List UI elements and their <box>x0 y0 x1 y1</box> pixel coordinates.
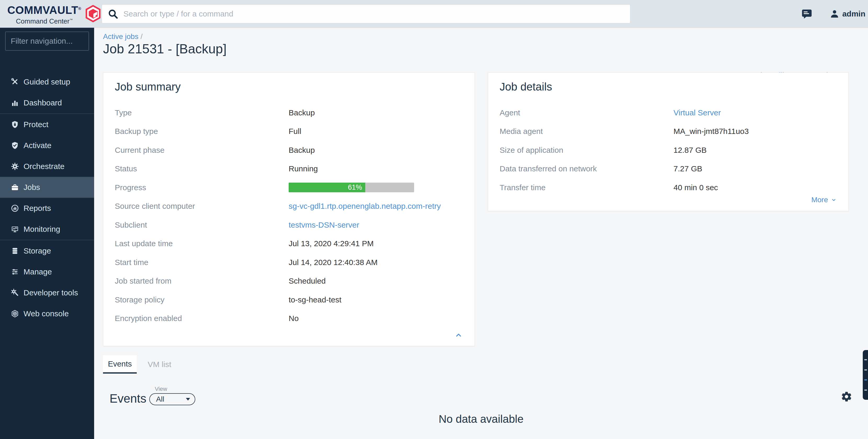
settings-gear-icon[interactable] <box>841 391 852 402</box>
bar-chart-icon <box>10 98 19 107</box>
sidebar-item-protect[interactable]: Protect <box>0 114 94 135</box>
progress-label: 61% <box>348 183 362 192</box>
sidebar-item-label: Web console <box>24 309 69 318</box>
main-content: Active jobs/ Job 21531 - [Backup] Suspen… <box>94 28 868 439</box>
sidebar-item-activate[interactable]: Activate <box>0 135 94 156</box>
gear-wrench-icon <box>10 288 19 297</box>
message-square-icon[interactable] <box>801 8 813 20</box>
progress-fill: 61% <box>289 183 365 192</box>
summary-row-type: Type Backup <box>115 103 463 122</box>
sidebar-item-label: Dashboard <box>24 98 62 107</box>
shield-check-icon <box>10 141 19 150</box>
summary-row-subclient: Subclient testvms-DSN-server <box>115 215 463 234</box>
breadcrumb: Active jobs/ <box>103 32 143 41</box>
sidebar-item-label: Monitoring <box>24 225 60 234</box>
progress-bar: 61% <box>289 183 414 192</box>
toolbar-glyph <box>864 370 867 371</box>
job-summary-title: Job summary <box>115 81 181 93</box>
brand-name: COMMVAULT® <box>7 3 81 16</box>
page-title: Job 21531 - [Backup] <box>103 41 227 57</box>
summary-row-started-from: Job started from Scheduled <box>115 272 463 291</box>
search-input[interactable] <box>119 9 630 18</box>
pie-chart-icon <box>10 204 19 213</box>
tab-events[interactable]: Events <box>103 355 137 374</box>
sidebar-item-label: Orchestrate <box>24 162 65 171</box>
chevron-down-icon <box>186 398 190 401</box>
details-row-media-agent: Media agent MA_win-jmt87h11uo3 <box>500 122 837 141</box>
view-dropdown-value: All <box>156 395 186 403</box>
floating-toolbar[interactable] <box>863 350 868 400</box>
sidebar-item-developer-tools[interactable]: Developer tools <box>0 282 94 303</box>
chevron-up-icon[interactable] <box>455 331 463 339</box>
monitor-icon <box>10 225 19 234</box>
sidebar-item-label: Activate <box>24 141 52 150</box>
nav-divider <box>0 114 94 114</box>
subclient-link[interactable]: testvms-DSN-server <box>289 221 359 229</box>
sidebar-item-label: Reports <box>24 204 51 213</box>
hexagon-cube-logo-icon <box>85 5 101 22</box>
database-icon <box>10 246 19 255</box>
agent-link[interactable]: Virtual Server <box>674 108 721 117</box>
command-search <box>102 4 630 23</box>
summary-row-encryption: Encryption enabled No <box>115 309 463 328</box>
summary-row-backup-type: Backup type Full <box>115 122 463 141</box>
details-row-transfer-time: Transfer time 40 min 0 sec <box>500 178 837 197</box>
sidebar-item-label: Jobs <box>24 183 40 192</box>
summary-row-status: Status Running <box>115 159 463 178</box>
detail-tabs: Events VM list <box>103 355 175 374</box>
briefcase-icon <box>10 183 19 192</box>
sidebar-item-label: Developer tools <box>24 288 78 297</box>
toolbar-glyph <box>864 379 867 380</box>
search-icon <box>107 8 119 20</box>
job-details-card: Job details Agent Virtual Server Media a… <box>488 72 849 211</box>
user-menu[interactable]: admin <box>829 9 865 19</box>
sidebar-item-label: Manage <box>24 267 52 276</box>
sidebar-item-jobs[interactable]: Jobs <box>0 177 94 198</box>
breadcrumb-active-jobs-link[interactable]: Active jobs <box>103 32 138 40</box>
hexagon-cube-icon <box>10 309 19 318</box>
brand-subtitle: Command Center™ <box>7 16 81 25</box>
sidebar-item-monitoring[interactable]: Monitoring <box>0 219 94 240</box>
chevron-down-icon <box>831 197 837 203</box>
events-heading: Events <box>110 391 147 406</box>
summary-row-current-phase: Current phase Backup <box>115 141 463 159</box>
sidebar-item-storage[interactable]: Storage <box>0 240 94 261</box>
shield-lock-icon <box>10 120 19 129</box>
sidebar-item-dashboard[interactable]: Dashboard <box>0 92 94 113</box>
details-row-size: Size of application 12.87 GB <box>500 141 837 159</box>
user-name: admin <box>842 9 865 18</box>
more-details-link[interactable]: More <box>811 196 837 204</box>
empty-state-message: No data available <box>94 413 868 426</box>
nav-filter-input[interactable] <box>5 32 89 51</box>
sidebar-item-reports[interactable]: Reports <box>0 198 94 219</box>
sidebar-item-manage[interactable]: Manage <box>0 261 94 282</box>
details-row-agent: Agent Virtual Server <box>500 103 837 122</box>
job-summary-card: Job summary Type Backup Backup type Full… <box>103 72 475 346</box>
user-icon <box>829 9 840 19</box>
summary-row-start-time: Start time Jul 14, 2020 12:40:38 AM <box>115 253 463 272</box>
summary-row-storage-policy: Storage policy to-sg-head-test <box>115 290 463 309</box>
sidebar-item-label: Guided setup <box>24 78 70 86</box>
summary-row-source-client: Source client computer sg-vc-gdl1.rtp.op… <box>115 197 463 216</box>
sidebar-item-guided-setup[interactable]: Guided setup <box>0 71 94 92</box>
source-client-link[interactable]: sg-vc-gdl1.rtp.openenglab.netapp.com-ret… <box>289 202 441 211</box>
tab-vm-list[interactable]: VM list <box>144 355 175 374</box>
sidebar-nav: Guided setup Dashboard <box>0 28 94 439</box>
sidebar-item-web-console[interactable]: Web console <box>0 303 94 324</box>
sidebar-item-orchestrate[interactable]: Orchestrate <box>0 156 94 177</box>
commvault-command-center: COMMVAULT® Command Center™ <box>0 0 868 439</box>
sidebar-item-label: Storage <box>24 246 51 255</box>
view-dropdown[interactable]: All <box>149 393 195 405</box>
summary-row-progress: Progress 61% <box>115 178 463 197</box>
toolbar-glyph <box>864 359 867 360</box>
topbar: COMMVAULT® Command Center™ <box>0 0 868 28</box>
summary-row-last-update: Last update time Jul 13, 2020 4:29:41 PM <box>115 234 463 253</box>
gear-icon <box>10 162 19 171</box>
commvault-logo: COMMVAULT® Command Center™ <box>7 3 101 25</box>
sidebar-item-label: Protect <box>24 120 49 129</box>
view-dropdown-label: View <box>153 386 168 392</box>
toolbar-glyph <box>864 389 867 390</box>
tools-icon <box>10 78 19 86</box>
details-row-data-transferred: Data transferred on network 7.27 GB <box>500 159 837 178</box>
sliders-icon <box>10 267 19 276</box>
